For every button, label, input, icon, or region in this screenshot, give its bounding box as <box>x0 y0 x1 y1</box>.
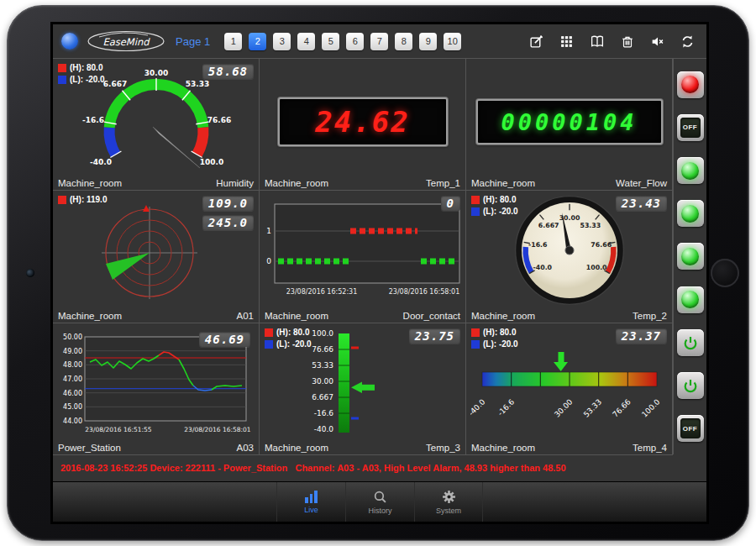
side-control-strip: OFF OFF <box>673 58 706 454</box>
panel-footer: Machine_room Humidity <box>58 178 254 188</box>
channel-label: Temp_3 <box>426 443 460 453</box>
tick-label: 6.667 <box>103 80 127 88</box>
temp1-led-display: 24.62 <box>278 97 448 146</box>
power-button[interactable] <box>677 329 704 356</box>
tab-system[interactable]: System <box>414 482 483 522</box>
lamp-green[interactable] <box>677 286 704 313</box>
green-lamp-icon <box>681 248 699 265</box>
page-button-3[interactable]: 3 <box>273 33 291 50</box>
high-label: (H): 80.0 <box>483 328 516 337</box>
tick-label: -16.6 <box>496 397 517 417</box>
location-label: Machine_room <box>58 178 122 188</box>
lamp-green[interactable] <box>677 157 704 184</box>
app-dot-button[interactable] <box>61 33 78 50</box>
low-swatch <box>471 340 480 349</box>
page-button-8[interactable]: 8 <box>395 33 412 50</box>
page-button-6[interactable]: 6 <box>346 33 364 50</box>
book-icon[interactable] <box>590 34 605 49</box>
switch-off[interactable]: OFF <box>677 114 704 141</box>
panel-footer: Machine_room Temp_1 <box>265 178 460 188</box>
location-label: Machine_room <box>58 311 122 321</box>
page-button-9[interactable]: 9 <box>419 33 437 50</box>
panel-a03[interactable]: 46.69 50.00 49.00 48.00 47.00 46.00 45.0… <box>53 323 260 455</box>
a03-line-chart: 50.00 49.00 48.00 47.00 46.00 45.00 44.0… <box>56 333 253 438</box>
time-end-label: 23/08/2016 16:58:01 <box>389 288 460 296</box>
high-label: (H): 80.0 <box>483 195 516 204</box>
panel-temp3[interactable]: (H): 80.0 (L): -20.0 23.75 100.0 76.66 5… <box>260 323 466 455</box>
panel-footer: Power_Station A03 <box>58 443 254 453</box>
mute-icon[interactable] <box>650 34 664 49</box>
panel-footer: Machine_room Temp_2 <box>471 311 667 321</box>
temp4-horizontal-scale: -40.0 -16.6 30.00 53.33 76.66 100.0 <box>470 340 669 439</box>
high-swatch <box>471 196 480 204</box>
panel-footer: Machine_room Water_Flow <box>471 178 667 188</box>
panel-temp1[interactable]: 24.62 Machine_room Temp_1 <box>260 59 466 191</box>
water-flow-led-display: 00000104 <box>476 99 663 144</box>
toolbar-icons <box>529 34 698 49</box>
page-button-7[interactable]: 7 <box>370 33 388 50</box>
high-swatch <box>58 64 66 72</box>
panel-humidity[interactable]: (H): 80.0 (L): -20.0 58.68 <box>53 59 260 191</box>
tick-label: -40.0 <box>533 264 553 271</box>
page-button-2[interactable]: 2 <box>249 33 266 50</box>
a01-value-badge-top: 109.0 <box>202 196 254 211</box>
panel-water-flow[interactable]: 00000104 Machine_room Water_Flow <box>466 59 673 191</box>
tick-label: 100.0 <box>312 329 333 338</box>
green-lamp-icon <box>681 162 699 180</box>
channel-label: Temp_1 <box>426 178 460 188</box>
switch-off[interactable]: OFF <box>677 415 704 442</box>
tick-label: 76.66 <box>611 397 632 418</box>
channel-label: Humidity <box>216 178 254 188</box>
temp1-value: 24.62 <box>315 105 409 139</box>
tick-label: 30.00 <box>312 377 333 386</box>
water-flow-value: 00000104 <box>501 109 637 135</box>
panel-door-contact[interactable]: 0 1 0 23/08/2016 16:52:31 23/08/2016 16:… <box>260 191 466 323</box>
home-button[interactable] <box>711 259 739 287</box>
off-switch-label: OFF <box>680 418 701 438</box>
high-label: (H): 119.0 <box>70 195 107 204</box>
high-label: (H): 80.0 <box>276 328 309 337</box>
tick-label: 76.66 <box>207 116 231 124</box>
low-swatch <box>58 76 66 84</box>
lamp-green[interactable] <box>677 243 704 270</box>
tick-label: 100.0 <box>200 158 223 166</box>
tick-label: -40.0 <box>470 397 487 417</box>
panel-footer: Machine_room A01 <box>58 311 254 321</box>
page-button-10[interactable]: 10 <box>444 33 461 50</box>
panel-temp2[interactable]: (H): 80.0 (L): -20.0 23.43 <box>466 191 673 323</box>
tab-label: Live <box>304 506 318 514</box>
compose-icon[interactable] <box>529 34 543 49</box>
red-lamp-icon <box>681 76 699 93</box>
panel-temp4[interactable]: (H): 80.0 (L): -20.0 23.37 <box>466 323 673 455</box>
door-contact-value-badge: 0 <box>441 196 460 211</box>
a01-radar <box>87 202 213 307</box>
tick-label: 100.0 <box>586 264 607 271</box>
y-tick-label: 1 <box>266 227 271 235</box>
keypad-icon[interactable] <box>559 34 574 49</box>
tick-label: 30.00 <box>553 397 574 418</box>
search-icon <box>373 490 387 504</box>
lamp-red[interactable] <box>677 71 704 98</box>
refresh-icon[interactable] <box>680 34 695 49</box>
tab-history[interactable]: History <box>345 482 414 522</box>
tick-label: -16.6 <box>314 409 334 417</box>
temp4-legend: (H): 80.0 (L): -20.0 <box>471 328 518 351</box>
page-button-5[interactable]: 5 <box>322 33 339 50</box>
tab-live[interactable]: Live <box>276 482 345 522</box>
panel-a01[interactable]: (H): 119.0 109.0 245.0 Machine_room A01 <box>53 191 260 323</box>
lamp-green[interactable] <box>677 200 704 227</box>
y-tick-label: 44.00 <box>63 417 82 425</box>
tick-label: 6.667 <box>538 222 559 229</box>
page-button-4[interactable]: 4 <box>297 33 315 50</box>
tick-label: -16.6 <box>82 116 104 124</box>
trash-icon[interactable] <box>621 34 634 49</box>
y-tick-label: 47.00 <box>63 375 82 383</box>
page-label: Page 1 <box>176 35 210 48</box>
low-swatch <box>265 340 273 349</box>
low-label: (L): -20.0 <box>276 339 312 349</box>
power-button[interactable] <box>677 372 704 399</box>
location-label: Machine_room <box>265 443 328 453</box>
channel-label: A03 <box>237 443 254 453</box>
page-button-1[interactable]: 1 <box>224 33 242 50</box>
tick-label: 53.33 <box>580 222 601 229</box>
